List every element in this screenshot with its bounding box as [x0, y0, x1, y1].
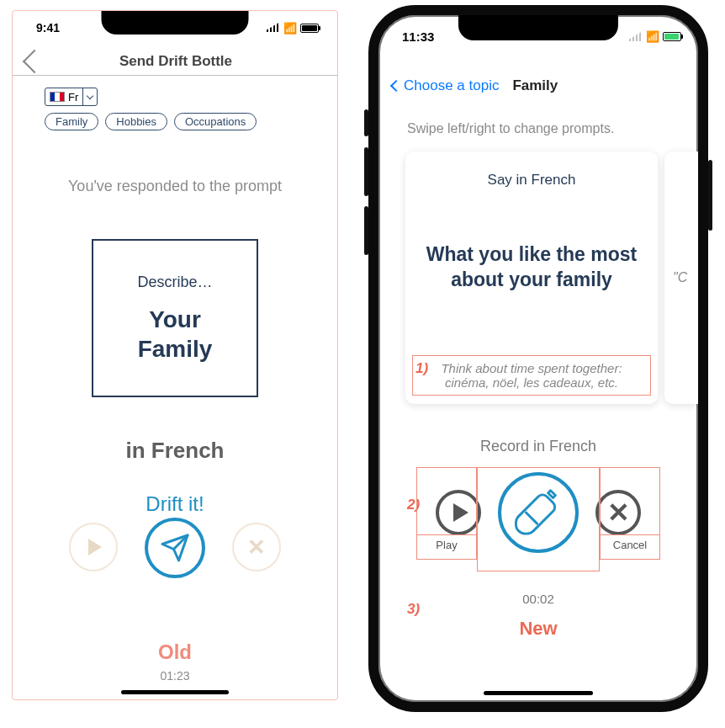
home-indicator [121, 690, 229, 694]
prompt-card: Describe… Your Family [92, 239, 258, 397]
chip-occupations[interactable]: Occupations [174, 113, 257, 130]
chip-hobbies[interactable]: Hobbies [105, 113, 167, 130]
timer: 00:02 [378, 592, 698, 606]
signal-icon [267, 21, 280, 35]
say-in-label: Say in French [488, 172, 576, 189]
chip-family[interactable]: Family [45, 113, 98, 130]
page-title: Send Drift Bottle [24, 53, 327, 70]
paper-plane-icon [160, 533, 190, 563]
next-prompt-peek[interactable]: "C [664, 151, 698, 404]
cancel-label: Cancel [600, 534, 660, 551]
action-row: ✕ [13, 523, 337, 578]
back-label: Choose a topic [404, 77, 499, 94]
chevron-left-icon [390, 80, 402, 92]
nav-bar: Choose a topic Family [378, 44, 698, 99]
annotation-box [477, 467, 600, 571]
annotation-1: 1) [415, 360, 428, 377]
language-code: Fr [68, 91, 82, 104]
status-time: 11:33 [402, 29, 434, 44]
flag-fr-icon [50, 92, 65, 102]
status-icons: 📶 [267, 21, 319, 35]
prompt-card: Say in French What you like the most abo… [405, 151, 658, 404]
prompt-describe: Describe… [137, 274, 212, 291]
hint-text: Think about time spent together: cinéma,… [412, 355, 651, 396]
swipe-instruction: Swipe left/right to change prompts. [378, 99, 698, 151]
status-icons: 📶 [629, 29, 681, 44]
play-icon [88, 539, 102, 555]
prompt-main: Your Family [138, 305, 213, 364]
timer: 01:23 [160, 669, 189, 683]
in-language-label: in French [13, 438, 337, 464]
status-time: 9:41 [36, 21, 60, 35]
play-label: Play [416, 534, 477, 551]
wifi-icon: 📶 [283, 22, 297, 35]
battery-icon [300, 24, 319, 33]
mockup-label-old: Old [158, 640, 192, 664]
back-button[interactable]: Choose a topic [392, 77, 499, 94]
send-button[interactable] [145, 518, 205, 578]
phone-old-mockup: 9:41 📶 Send Drift Bottle Fr Family Hobbi… [12, 10, 338, 700]
device-frame: 11:33 📶 Choose a topic Family Swipe left… [368, 5, 708, 712]
nav-title: Family [512, 77, 558, 94]
play-button[interactable] [69, 523, 118, 571]
home-indicator [484, 691, 593, 695]
drift-cta-label: Drift it! [13, 492, 337, 516]
language-select[interactable]: Fr [45, 88, 98, 106]
close-icon: ✕ [247, 534, 266, 561]
topic-chip-row: Family Hobbies Occupations [13, 113, 337, 130]
responded-message: You've responded to the prompt [13, 178, 337, 195]
header: Send Drift Bottle [13, 53, 337, 76]
cancel-button[interactable]: ✕ [232, 523, 281, 571]
notch [458, 15, 618, 40]
record-label: Record in French [378, 438, 698, 455]
phone-new-mockup: 11:33 📶 Choose a topic Family Swipe left… [363, 0, 713, 717]
annotation-3: 3) [407, 601, 420, 618]
mockup-label-new: New [378, 618, 698, 640]
battery-icon [663, 32, 681, 41]
notch [102, 11, 249, 35]
wifi-icon: 📶 [646, 30, 659, 43]
chevron-down-icon [87, 92, 93, 98]
device-side-button [708, 160, 712, 231]
prompt-text: What you like the most about your family [426, 242, 637, 293]
signal-icon [629, 29, 643, 44]
record-action-row: Play Cancel ✕ [416, 467, 660, 553]
